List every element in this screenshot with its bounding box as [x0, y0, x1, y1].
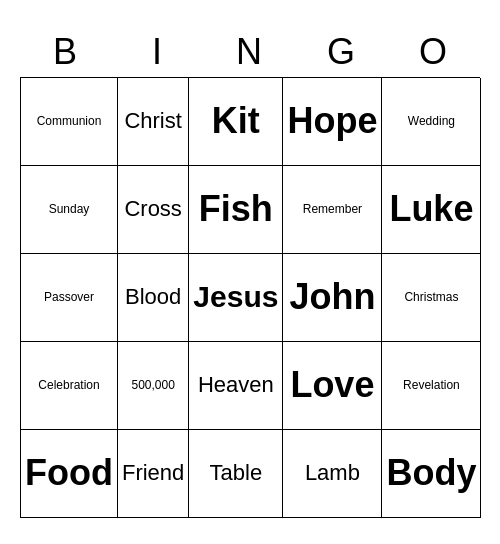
bingo-card: BINGO CommunionChristKitHopeWeddingSunda…	[10, 17, 490, 528]
bingo-cell-r0-c3: Hope	[283, 78, 382, 166]
cell-text-r4-c4: Body	[386, 452, 476, 494]
bingo-cell-r3-c4: Revelation	[382, 342, 481, 430]
cell-text-r4-c1: Friend	[122, 460, 184, 486]
bingo-cell-r1-c4: Luke	[382, 166, 481, 254]
cell-text-r1-c3: Remember	[303, 202, 362, 216]
cell-text-r3-c1: 500,000	[131, 378, 174, 392]
cell-text-r4-c3: Lamb	[305, 460, 360, 486]
cell-text-r2-c0: Passover	[44, 290, 94, 304]
header-letter-B: B	[20, 27, 112, 77]
cell-text-r2-c1: Blood	[125, 284, 181, 310]
bingo-cell-r4-c2: Table	[189, 430, 283, 518]
cell-text-r1-c0: Sunday	[49, 202, 90, 216]
bingo-cell-r1-c2: Fish	[189, 166, 283, 254]
bingo-cell-r1-c0: Sunday	[21, 166, 118, 254]
bingo-cell-r2-c0: Passover	[21, 254, 118, 342]
cell-text-r2-c2: Jesus	[193, 280, 278, 314]
cell-text-r2-c3: John	[289, 276, 375, 318]
bingo-cell-r4-c0: Food	[21, 430, 118, 518]
bingo-cell-r4-c4: Body	[382, 430, 481, 518]
bingo-cell-r0-c0: Communion	[21, 78, 118, 166]
bingo-grid: CommunionChristKitHopeWeddingSundayCross…	[20, 77, 480, 518]
cell-text-r1-c1: Cross	[124, 196, 181, 222]
cell-text-r0-c3: Hope	[287, 100, 377, 142]
cell-text-r1-c2: Fish	[199, 188, 273, 230]
bingo-cell-r2-c3: John	[283, 254, 382, 342]
header-letter-N: N	[204, 27, 296, 77]
cell-text-r0-c1: Christ	[124, 108, 181, 134]
bingo-cell-r0-c2: Kit	[189, 78, 283, 166]
cell-text-r4-c0: Food	[25, 452, 113, 494]
bingo-header: BINGO	[20, 27, 480, 77]
bingo-cell-r0-c4: Wedding	[382, 78, 481, 166]
cell-text-r2-c4: Christmas	[404, 290, 458, 304]
header-letter-O: O	[388, 27, 480, 77]
bingo-cell-r3-c0: Celebration	[21, 342, 118, 430]
bingo-cell-r0-c1: Christ	[118, 78, 189, 166]
cell-text-r0-c4: Wedding	[408, 114, 455, 128]
cell-text-r3-c4: Revelation	[403, 378, 460, 392]
bingo-cell-r3-c2: Heaven	[189, 342, 283, 430]
cell-text-r0-c0: Communion	[37, 114, 102, 128]
bingo-cell-r2-c2: Jesus	[189, 254, 283, 342]
cell-text-r0-c2: Kit	[212, 100, 260, 142]
cell-text-r3-c3: Love	[290, 364, 374, 406]
bingo-cell-r3-c1: 500,000	[118, 342, 189, 430]
bingo-cell-r3-c3: Love	[283, 342, 382, 430]
bingo-cell-r4-c3: Lamb	[283, 430, 382, 518]
cell-text-r4-c2: Table	[210, 460, 263, 486]
bingo-cell-r1-c3: Remember	[283, 166, 382, 254]
header-letter-I: I	[112, 27, 204, 77]
bingo-cell-r2-c4: Christmas	[382, 254, 481, 342]
bingo-cell-r2-c1: Blood	[118, 254, 189, 342]
cell-text-r3-c0: Celebration	[38, 378, 99, 392]
bingo-cell-r1-c1: Cross	[118, 166, 189, 254]
bingo-cell-r4-c1: Friend	[118, 430, 189, 518]
cell-text-r3-c2: Heaven	[198, 372, 274, 398]
header-letter-G: G	[296, 27, 388, 77]
cell-text-r1-c4: Luke	[389, 188, 473, 230]
